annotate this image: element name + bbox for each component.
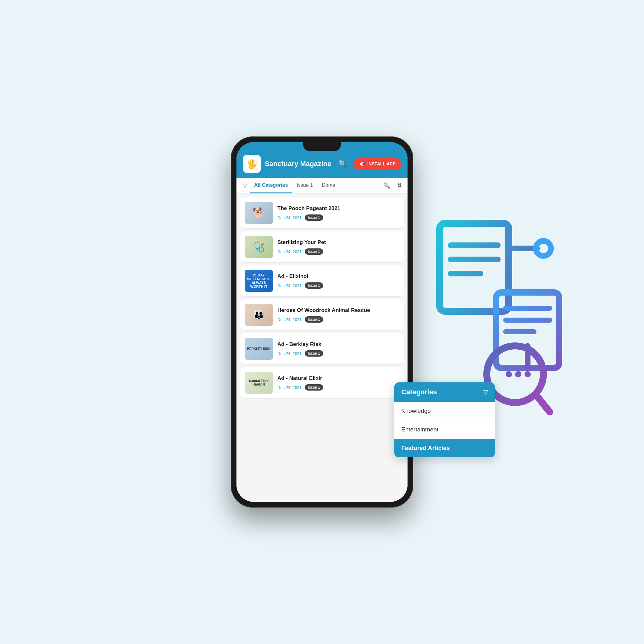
issue-badge: Issue 1 [305,316,323,323]
install-app-button[interactable]: 🎯 INSTALL APP [353,158,401,170]
article-thumbnail: 🐕 [245,202,273,224]
tab-all-categories[interactable]: All Categories [250,178,292,193]
phone-frame: 🖐️ Sanctuary Magazine 🔍 🎯 INSTALL APP ▽ … [231,136,413,508]
article-thumbnail: BERKLEY RISK [245,338,273,360]
article-card[interactable]: 👨‍👩‍👦 Heroes Of Woodrock Animal Rescue D… [240,299,404,330]
article-meta: Dec 24, 2021 Issue 1 [277,248,399,255]
article-meta: Dec 24, 2021 Issue 1 [277,316,399,323]
article-thumbnail: 21 DAY WELLNESS IS ALWAYS WORTH IT [245,270,273,292]
article-date: Dec 24, 2021 [277,385,302,390]
article-info: Heroes Of Woodrock Animal Rescue Dec 24,… [277,307,399,323]
article-title: Ad - Berkley Risk [277,341,399,348]
article-thumbnail: Natural Elixir HEALTH [245,372,273,394]
articles-list: 🐕 The Pooch Pageant 2021 Dec 24, 2021 Is… [236,194,408,502]
article-meta: Dec 24, 2021 Issue 1 [277,214,399,221]
categories-title: Categories [401,388,437,396]
categories-list: KnowledgeEntertainmentFeatured Articles [394,402,495,457]
issue-badge: Issue 1 [305,350,323,357]
article-title: Ad - Natural Elixir [277,375,399,382]
article-info: Ad - Natural Elixir Dec 24, 2021 Issue 1 [277,375,399,391]
article-info: The Pooch Pageant 2021 Dec 24, 2021 Issu… [277,205,399,221]
issue-badge: Issue 1 [305,384,323,391]
nav-sort-icon[interactable]: ⇅ [395,180,404,191]
nav-tabs: ▽ All Categories Issue 1 Dome 🔍 ⇅ [236,178,408,194]
svg-point-5 [536,241,551,256]
nav-icons: 🔍 ⇅ [381,180,404,191]
target-icon: 🎯 [359,161,365,167]
svg-point-11 [506,371,512,377]
nav-search-icon[interactable]: 🔍 [381,180,392,191]
article-info: Sterilizing Your Pet Dec 24, 2021 Issue … [277,239,399,255]
article-date: Dec 24, 2021 [277,351,302,356]
filter-icon[interactable]: ▽ [240,178,250,193]
logo-emoji: 🖐️ [247,159,258,169]
tab-issue1[interactable]: Issue 1 [292,178,318,193]
article-thumbnail: 👨‍👩‍👦 [245,304,273,326]
article-card[interactable]: 🐕 The Pooch Pageant 2021 Dec 24, 2021 Is… [240,197,404,228]
article-title: Sterilizing Your Pet [277,239,399,246]
svg-point-12 [515,371,521,377]
phone-screen: 🖐️ Sanctuary Magazine 🔍 🎯 INSTALL APP ▽ … [236,142,408,502]
article-date: Dec 24, 2021 [277,283,302,288]
header-search-icon[interactable]: 🔍 [339,160,347,168]
categories-filter-icon[interactable]: ▽ [483,388,488,396]
article-card[interactable]: Natural Elixir HEALTH Ad - Natural Elixi… [240,367,404,398]
article-info: Ad - Berkley Risk Dec 24, 2021 Issue 1 [277,341,399,357]
svg-point-13 [525,371,531,377]
article-info: Ad - Elixinol Dec 24, 2021 Issue 1 [277,273,399,289]
article-meta: Dec 24, 2021 Issue 1 [277,384,399,391]
article-title: Heroes Of Woodrock Animal Rescue [277,307,399,314]
article-card[interactable]: BERKLEY RISK Ad - Berkley Risk Dec 24, 2… [240,333,404,364]
phone-notch [303,142,341,151]
article-meta: Dec 24, 2021 Issue 1 [277,282,399,289]
article-thumbnail: 🩺 [245,236,273,258]
svg-line-14 [537,396,550,412]
app-logo: 🖐️ [243,155,261,173]
issue-badge: Issue 1 [305,248,323,255]
issue-badge: Issue 1 [305,214,323,221]
category-item[interactable]: Knowledge [394,402,495,420]
tab-dome[interactable]: Dome [317,178,336,193]
categories-header: Categories ▽ [394,382,495,402]
article-meta: Dec 24, 2021 Issue 1 [277,350,399,357]
category-item[interactable]: Featured Articles [394,439,495,457]
category-item[interactable]: Entertainment [394,420,495,439]
article-title: Ad - Elixinol [277,273,399,280]
categories-panel: Categories ▽ KnowledgeEntertainmentFeatu… [394,382,495,457]
article-date: Dec 24, 2021 [277,215,302,220]
issue-badge: Issue 1 [305,282,323,289]
article-date: Dec 24, 2021 [277,317,302,322]
article-title: The Pooch Pageant 2021 [277,205,399,212]
app-title: Sanctuary Magazine [265,160,335,168]
install-label: INSTALL APP [367,161,396,166]
article-card[interactable]: 21 DAY WELLNESS IS ALWAYS WORTH IT Ad - … [240,265,404,296]
article-card[interactable]: 🩺 Sterilizing Your Pet Dec 24, 2021 Issu… [240,231,404,262]
article-date: Dec 24, 2021 [277,249,302,254]
